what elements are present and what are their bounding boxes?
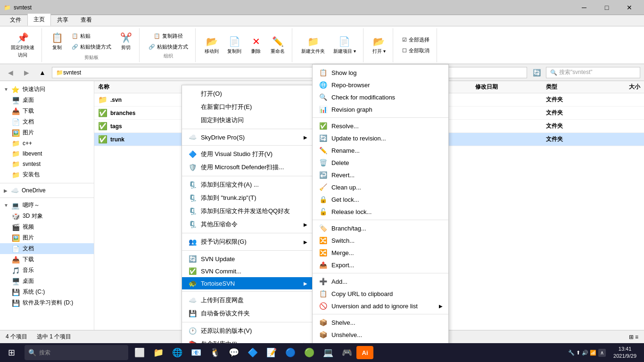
tab-view[interactable]: 查看 (74, 14, 98, 26)
ctx-open[interactable]: 打开(O) (182, 87, 313, 100)
taskbar-item5[interactable]: 🎮 (338, 343, 356, 362)
ctx-add-zip-qq[interactable]: 🗜️ 添加到压缩文件并发送给QQ好友 (182, 205, 313, 218)
taskbar-search[interactable]: 🔍 搜索 (25, 345, 128, 360)
up-button[interactable]: ▲ (36, 66, 49, 79)
ctx-pin-quick[interactable]: 固定到快速访问 (182, 114, 313, 127)
taskbar-time-display[interactable]: 13:41 2021/9/29 (610, 346, 640, 360)
sub-repo-browser[interactable]: 🌐 Repo-browser (313, 79, 448, 91)
copy-to-button[interactable]: 📄 复制到 (224, 33, 245, 57)
sidebar-item-desktop[interactable]: 🖥️ 桌面 (0, 95, 94, 106)
sub-copy-url[interactable]: 📋 Copy URL to clipboard (313, 288, 448, 300)
sub-branch-tag[interactable]: 🏷️ Branch/tag... (313, 222, 448, 234)
sub-unshelve[interactable]: 📦 Unshelve... (313, 329, 448, 341)
taskbar-ai[interactable]: Ai (356, 346, 373, 359)
ctx-grant-access[interactable]: 👥 授予访问权限(G) ▶ (182, 235, 313, 248)
delete-button[interactable]: ✕ 删除 (247, 33, 265, 57)
paste-button[interactable]: 📋粘贴 (68, 31, 115, 41)
sidebar-item-svntest[interactable]: 📁 svntest (0, 159, 94, 169)
ctx-svn-update[interactable]: 🔄 SVN Update (182, 253, 313, 265)
sidebar-item-d-drive[interactable]: 💾 软件及学习资料 (D:) (0, 297, 94, 308)
deselect-all-button[interactable]: ☐全部取消 (399, 46, 433, 56)
move-to-button[interactable]: 📂 移动到 (201, 33, 222, 57)
sidebar-item-libevent[interactable]: 📁 libevent (0, 148, 94, 159)
ctx-defender[interactable]: 🛡️ 使用 Microsoft Defender扫描... (182, 161, 313, 174)
taskbar-mail[interactable]: 📧 (187, 343, 206, 362)
cut-button[interactable]: ✂️ 剪切 (116, 30, 135, 53)
sub-resolve[interactable]: ✅ Resolve... (313, 120, 448, 132)
sub-show-log[interactable]: 📋 Show log (313, 66, 448, 79)
ctx-tortoisesvn[interactable]: 🐢 TortoiseSVN ▶ (182, 277, 313, 289)
ctx-auto-backup[interactable]: 💾 自动备份该文件夹 (182, 307, 313, 320)
sub-delete[interactable]: 🗑️ Delete (313, 156, 448, 169)
taskbar-wechat[interactable]: 💬 (224, 343, 243, 362)
address-path[interactable]: 📁 svntest (52, 67, 527, 78)
refresh-button[interactable]: 🔄 (530, 66, 543, 79)
tab-home[interactable]: 主页 (27, 13, 51, 26)
sub-switch[interactable]: 🔀 Switch... (313, 234, 448, 247)
new-folder-button[interactable]: 📁 新建文件夹 (298, 33, 328, 57)
ctx-skydrive[interactable]: ☁️ SkyDrive Pro(S) ▶ (182, 131, 313, 143)
forward-button[interactable]: ▶ (20, 66, 33, 79)
close-button[interactable]: ✕ (619, 0, 640, 15)
sidebar-item-c-drive[interactable]: 💾 系统 (C:) (0, 287, 94, 297)
pin-to-quick-button[interactable]: 📌 固定到快速 访问 (8, 30, 38, 61)
sidebar-item-documents2[interactable]: 📄 文档 (0, 243, 94, 254)
sub-check-modifications[interactable]: 🔍 Check for modifications (313, 91, 448, 103)
taskbar-item4[interactable]: 💻 (319, 343, 338, 362)
tray-icons[interactable]: 🔧 ⬆ 🔊 📶 (568, 350, 596, 356)
sub-update-revision[interactable]: 🔄 Update to revision... (313, 132, 448, 144)
task-view-button[interactable]: ⬜ (130, 343, 149, 362)
sub-revision-graph[interactable]: 📊 Revision graph (313, 103, 448, 115)
ctx-restore-prev[interactable]: 🕐 还原以前的版本(V) (182, 324, 313, 337)
ctx-add-zip-a[interactable]: 🗜️ 添加到压缩文件(A) ... (182, 178, 313, 191)
sidebar-item-quick-access[interactable]: ▼ ⭐ 快速访问 (0, 84, 94, 95)
rename-button[interactable]: ✏️ 重命名 (267, 33, 288, 57)
sub-unversion[interactable]: 🚫 Unversion and add to ignore list ▶ (313, 300, 448, 312)
sub-merge[interactable]: 🔀 Merge... (313, 247, 448, 259)
ctx-vs[interactable]: 🔷 使用 Visual Studio 打开(V) (182, 148, 313, 161)
ctx-svn-commit[interactable]: ✅ SVN Commit... (182, 265, 313, 277)
taskbar-qq[interactable]: 🐧 (206, 343, 224, 362)
ctx-other-compress[interactable]: 🗜️ 其他压缩命令 ▶ (182, 218, 313, 231)
search-box[interactable]: 🔍 搜索"svntest" (546, 67, 640, 78)
sidebar-item-onedrive[interactable]: ▶ ☁️ OneDrive (0, 185, 94, 196)
sidebar-item-pictures2[interactable]: 🖼️ 图片 (0, 232, 94, 243)
sub-revert[interactable]: ↩️ Revert... (313, 169, 448, 181)
sidebar-item-video[interactable]: 🎬 视频 (0, 222, 94, 232)
sidebar-item-music[interactable]: 🎵 音乐 (0, 265, 94, 276)
paste-shortcut2-button[interactable]: 🔗粘贴快捷方式 (145, 42, 191, 52)
select-all-button[interactable]: ☑全部选择 (399, 35, 433, 45)
sub-add[interactable]: ➕ Add... (313, 275, 448, 288)
sidebar-item-3d[interactable]: 🎲 3D 对象 (0, 211, 94, 222)
open-button[interactable]: 📂 打开 ▾ (369, 33, 389, 57)
sidebar-item-downloads2[interactable]: 📥 下载 (0, 254, 94, 265)
back-button[interactable]: ◀ (4, 66, 17, 79)
new-item-button[interactable]: 📄 新建项目 ▾ (330, 33, 359, 57)
taskbar-item3[interactable]: 🟢 (300, 343, 319, 362)
taskbar-explorer[interactable]: 📁 (149, 343, 168, 362)
start-button[interactable]: ⊞ (0, 343, 23, 362)
tray-more[interactable]: ∧ (598, 349, 606, 357)
taskbar-item1[interactable]: 📝 (262, 343, 281, 362)
view-icons[interactable]: ⊞ ≡ (629, 334, 638, 340)
tab-file[interactable]: 文件 (4, 14, 27, 26)
ctx-baidu[interactable]: ☁️ 上传到百度网盘 (182, 294, 313, 307)
show-desktop-button[interactable] (640, 343, 644, 362)
taskbar-edge[interactable]: 🌐 (168, 343, 187, 362)
sidebar-item-pc[interactable]: ▼ 💻 嗯哼～ (0, 200, 94, 211)
sidebar-item-desktop2[interactable]: 🖥️ 桌面 (0, 276, 94, 287)
tab-share[interactable]: 共享 (51, 14, 74, 26)
ctx-add-zip-t[interactable]: 🗜️ 添加到 "trunk.zip"(T) (182, 191, 313, 205)
sub-export[interactable]: 📤 Export... (313, 259, 448, 271)
sub-release-lock[interactable]: 🔓 Release lock... (313, 206, 448, 218)
maximize-button[interactable]: □ (596, 0, 618, 15)
taskbar-item2[interactable]: 🔵 (281, 343, 300, 362)
copy-path-button[interactable]: 📋复制路径 (150, 31, 186, 41)
taskbar-vscode[interactable]: 🔷 (243, 343, 262, 362)
sidebar-item-pictures[interactable]: 🖼️ 图片 (0, 127, 94, 138)
paste-shortcut-button[interactable]: 🔗粘贴快捷方式 (68, 42, 115, 52)
sidebar-item-documents[interactable]: 📄 文档 (0, 116, 94, 127)
sub-get-lock[interactable]: 🔒 Get lock... (313, 193, 448, 206)
sidebar-item-installer[interactable]: 📁 安装包 (0, 169, 94, 180)
ctx-open-new-window[interactable]: 在新窗口中打开(E) (182, 100, 313, 114)
